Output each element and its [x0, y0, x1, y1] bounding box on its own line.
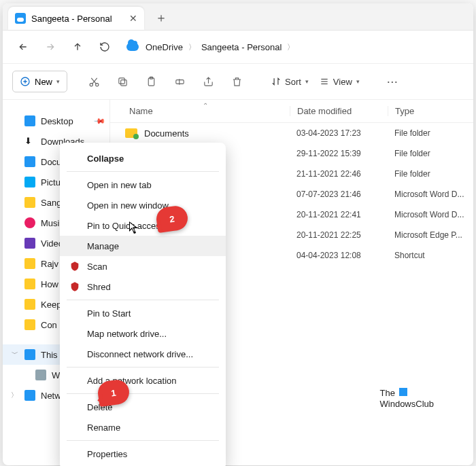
folder-icon	[24, 279, 35, 289]
cut-button[interactable]	[81, 71, 107, 92]
folder-icon	[24, 258, 35, 269]
ctx-open-new-window[interactable]: Open in new window	[60, 195, 226, 215]
cursor-icon	[129, 221, 140, 235]
videos-icon	[24, 238, 35, 249]
ctx-rename[interactable]: Rename	[60, 417, 226, 437]
ctx-disconnect-drive[interactable]: Disconnect network drive...	[60, 344, 226, 364]
svg-rect-4	[118, 77, 124, 84]
pin-icon: 📌	[92, 114, 105, 127]
copy-button[interactable]	[109, 71, 135, 92]
tab-title: Sangeeta - Personal	[31, 14, 112, 24]
network-icon	[24, 390, 35, 401]
drive-icon	[35, 370, 46, 380]
downloads-icon: ⬇	[24, 136, 35, 147]
sort-label: Sort	[285, 77, 301, 87]
mcafee-icon	[69, 281, 80, 292]
ctx-open-new-tab[interactable]: Open in new tab	[60, 175, 226, 195]
more-button[interactable]: ···	[380, 71, 406, 92]
up-button[interactable]	[65, 35, 90, 59]
desktop-icon	[24, 115, 35, 126]
svg-rect-7	[175, 79, 183, 84]
ctx-collapse[interactable]: Collapse	[60, 148, 226, 168]
ctx-properties[interactable]: Properties	[60, 444, 226, 464]
watermark: The WindowsClub	[380, 388, 434, 409]
share-button[interactable]	[195, 71, 221, 92]
breadcrumb[interactable]: OneDrive 〉 Sangeeta - Personal 〉	[126, 42, 294, 52]
back-button[interactable]	[11, 35, 35, 59]
context-menu: Collapse Open in new tab Open in new win…	[60, 143, 226, 466]
chevron-right-icon: 〉	[287, 42, 294, 52]
mcafee-icon	[69, 261, 80, 272]
music-icon	[24, 217, 35, 228]
chevron-down-icon: ▾	[56, 78, 60, 85]
svg-rect-3	[120, 79, 126, 86]
view-button[interactable]: View ▾	[316, 77, 364, 87]
nav-bar: OneDrive 〉 Sangeeta - Personal 〉	[3, 31, 473, 63]
folder-icon	[24, 319, 35, 330]
ctx-pin-start[interactable]: Pin to Start	[60, 303, 226, 323]
onedrive-cloud-icon	[126, 43, 139, 51]
chevron-down-icon: ▾	[305, 78, 309, 85]
refresh-button[interactable]	[92, 35, 117, 59]
command-bar: New ▾ Sort ▾ View ▾ ···	[3, 64, 473, 99]
close-icon[interactable]: ✕	[129, 13, 137, 24]
documents-icon	[24, 156, 35, 167]
sidebar-item-desktop[interactable]: Desktop📌	[3, 111, 109, 131]
forward-button[interactable]	[38, 35, 63, 59]
chevron-right-icon: 〉	[188, 42, 196, 52]
ctx-manage[interactable]: Manage	[60, 236, 226, 256]
ctx-add-location[interactable]: Add a network location	[60, 370, 226, 391]
tab-strip: Sangeeta - Personal ✕ ＋	[3, 3, 473, 31]
pictures-icon	[24, 177, 35, 187]
square-icon	[399, 388, 407, 396]
ctx-map-drive[interactable]: Map network drive...	[60, 323, 226, 344]
new-button[interactable]: New ▾	[12, 71, 67, 92]
ctx-delete[interactable]: Delete	[60, 397, 226, 417]
ctx-shred[interactable]: Shred	[60, 276, 226, 297]
column-headers[interactable]: ⌃ Name Date modified Type	[110, 100, 473, 123]
chevron-down-icon: ▾	[356, 78, 360, 85]
chevron-right-icon[interactable]: 〉	[11, 391, 18, 400]
sort-button[interactable]: Sort ▾	[267, 77, 313, 87]
column-type[interactable]: Type	[388, 106, 473, 116]
sort-asc-icon: ⌃	[203, 102, 208, 109]
paste-button[interactable]	[138, 71, 164, 92]
tab-active[interactable]: Sangeeta - Personal ✕	[8, 7, 144, 30]
column-date[interactable]: Date modified	[290, 106, 388, 116]
folder-icon	[125, 128, 137, 138]
file-row[interactable]: Documents03-04-2023 17:23File folder	[110, 123, 473, 143]
new-tab-button[interactable]: ＋	[155, 10, 167, 30]
new-label: New	[35, 77, 52, 87]
pc-icon	[24, 349, 35, 360]
ctx-pin-quick-access[interactable]: Pin to Quick access	[60, 215, 226, 236]
folder-icon	[24, 197, 35, 208]
folder-icon	[24, 299, 35, 310]
column-name[interactable]: Name	[129, 106, 290, 116]
breadcrumb-root[interactable]: OneDrive	[146, 42, 183, 52]
rename-button[interactable]	[167, 71, 192, 92]
onedrive-icon	[15, 13, 26, 24]
view-label: View	[333, 77, 352, 87]
chevron-down-icon[interactable]: 〉	[10, 351, 19, 358]
delete-button[interactable]	[224, 71, 250, 92]
ctx-scan[interactable]: Scan	[60, 256, 226, 276]
breadcrumb-folder[interactable]: Sangeeta - Personal	[201, 42, 282, 52]
